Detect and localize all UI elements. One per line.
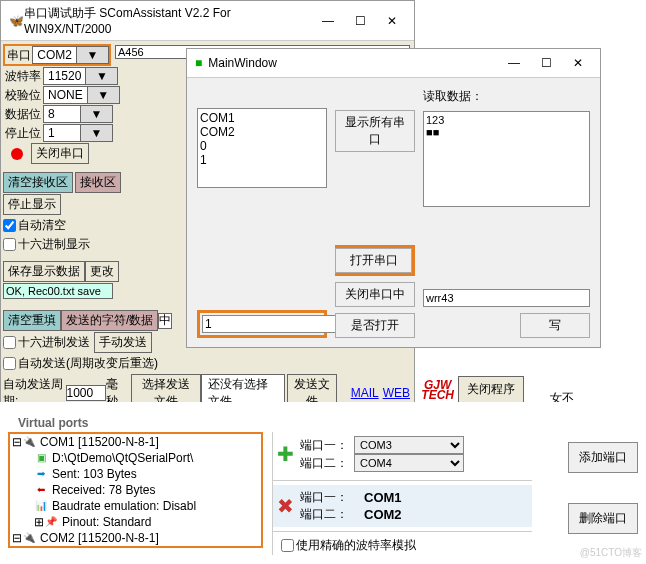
port1-label: 端口一：	[300, 437, 348, 454]
baud-label: 波特率	[3, 68, 43, 85]
rx-area-button[interactable]: 接收区	[75, 172, 121, 193]
web-link[interactable]: WEB	[383, 386, 410, 400]
port-label: 串口	[5, 47, 32, 64]
save-display-button[interactable]: 保存显示数据	[3, 261, 85, 282]
tree-toggle-icon[interactable]: ⊟	[12, 434, 22, 450]
port2-label: 端口二：	[300, 506, 348, 523]
show-all-ports-button[interactable]: 显示所有串口	[335, 110, 415, 152]
auto-period-input[interactable]	[66, 385, 106, 401]
tree-item: Baudrate emulation: Disabl	[52, 498, 196, 514]
app-icon: ▣	[34, 451, 48, 465]
record-icon	[11, 148, 23, 160]
auto-send-checkbox[interactable]: 自动发送(周期改变后重选)	[3, 355, 158, 372]
baud-icon: 📊	[34, 499, 48, 513]
remove-pair-icon: ✖	[277, 494, 294, 518]
tree-toggle-icon[interactable]: ⊞	[34, 514, 44, 530]
parity-combo[interactable]: NONE▼	[43, 86, 120, 104]
is-open-button[interactable]: 是否打开	[335, 313, 415, 338]
tree-toggle-icon[interactable]: ⊟	[12, 530, 22, 546]
port2-select[interactable]: COM4	[354, 454, 464, 472]
watermark: @51CTO博客	[580, 546, 642, 560]
pinout-icon: 📌	[44, 515, 58, 529]
ports-config: ✚ 端口一：COM3 端口二：COM4 ✖ 端口一：COM1 端口二：COM2 …	[272, 432, 532, 555]
add-pair-icon: ✚	[277, 442, 294, 466]
com-list[interactable]: COM1 COM2 0 1	[197, 108, 327, 188]
vsp-panel: Virtual ports ⊟🔌COM1 [115200-N-8-1] ▣D:\…	[0, 402, 646, 564]
hex-send-checkbox[interactable]: 十六进制发送	[3, 334, 90, 351]
clear-reset-button[interactable]: 清空重填	[3, 310, 61, 331]
scom-title: 串口调试助手 SComAssistant V2.2 For WIN9X/NT/2…	[24, 5, 310, 36]
mainwindow: ■ MainWindow — ☐ ✕ COM1 COM2 0 1 显示所有串口 …	[186, 48, 601, 348]
close-program-button[interactable]: 关闭程序	[458, 376, 524, 403]
app-icon: 🦋	[9, 14, 24, 28]
manual-send-button[interactable]: 手动发送	[94, 332, 152, 353]
send-chars-label: 发送的字符/数据	[61, 310, 158, 331]
stop-combo[interactable]: 1▼	[43, 124, 113, 142]
tx-data-input[interactable]	[423, 289, 590, 307]
stop-display-button[interactable]: 停止显示	[3, 194, 61, 215]
tree-item[interactable]: COM1 [115200-N-8-1]	[40, 434, 159, 450]
minimize-button[interactable]: —	[500, 53, 528, 73]
tree-item[interactable]: COM2 [115200-N-8-1]	[40, 530, 159, 546]
tree-item[interactable]: D:\QtDemo\QtQSerialPort\	[52, 450, 193, 466]
vsp-header: Virtual ports	[18, 416, 88, 430]
remove-port-button[interactable]: 删除端口	[568, 503, 638, 534]
arrow-right-icon: ➡	[34, 467, 48, 481]
port1-fixed: COM1	[364, 490, 402, 505]
tree-item: Received: 78 Bytes	[52, 482, 155, 498]
port-combo[interactable]: COM2▼	[32, 46, 109, 64]
parity-label: 校验位	[3, 87, 43, 104]
chevron-down-icon: ▼	[76, 47, 108, 63]
gjw-logo: GJWTECH	[421, 380, 454, 400]
arrow-left-icon: ⬅	[34, 483, 48, 497]
port2-label: 端口二：	[300, 455, 348, 472]
close-port-button[interactable]: 关闭串口	[31, 143, 89, 164]
write-button[interactable]: 写	[520, 313, 590, 338]
minimize-button[interactable]: —	[314, 11, 342, 31]
port1-select[interactable]: COM3	[354, 436, 464, 454]
rx-data-box[interactable]: 123 ■​■	[423, 111, 590, 207]
tree-item[interactable]: Pinout: Standard	[62, 514, 151, 530]
hex-display-checkbox[interactable]: 十六进制显示	[3, 236, 90, 253]
port2-fixed: COM2	[364, 507, 402, 522]
read-data-label: 读取数据：	[423, 88, 590, 105]
data-label: 数据位	[3, 106, 43, 123]
chevron-down-icon: ▼	[87, 87, 119, 103]
port1-label: 端口一：	[300, 489, 348, 506]
chevron-down-icon: ▼	[80, 125, 112, 141]
strict-baud-checkbox[interactable]: 使用精确的波特率模拟	[281, 537, 416, 554]
qt-icon: ■	[195, 56, 202, 70]
save-status: OK, Rec00.txt save	[3, 283, 113, 299]
add-port-button[interactable]: 添加端口	[568, 442, 638, 473]
mainwin-title: MainWindow	[208, 56, 496, 70]
chevron-down-icon: ▼	[80, 106, 112, 122]
maximize-button[interactable]: ☐	[346, 11, 374, 31]
scom-titlebar: 🦋 串口调试助手 SComAssistant V2.2 For WIN9X/NT…	[1, 1, 414, 41]
tree-item: Sent: 103 Bytes	[52, 466, 137, 482]
vsp-tree[interactable]: ⊟🔌COM1 [115200-N-8-1] ▣D:\QtDemo\QtQSeri…	[8, 432, 263, 548]
open-port-button[interactable]: 打开串口	[335, 248, 412, 273]
open-port-group	[197, 310, 327, 338]
close-button[interactable]: ✕	[564, 53, 592, 73]
closing-port-button[interactable]: 关闭串口中	[335, 282, 415, 307]
mail-link[interactable]: MAIL	[351, 386, 379, 400]
auto-clear-checkbox[interactable]: 自动清空	[3, 217, 66, 234]
clear-rx-button[interactable]: 清空接收区	[3, 172, 73, 193]
maximize-button[interactable]: ☐	[532, 53, 560, 73]
port-icon: 🔌	[22, 531, 36, 545]
port-icon: 🔌	[22, 435, 36, 449]
change-button[interactable]: 更改	[85, 261, 119, 282]
mainwin-titlebar: ■ MainWindow — ☐ ✕	[187, 49, 600, 78]
data-combo[interactable]: 8▼	[43, 105, 113, 123]
baud-combo[interactable]: 11520▼	[43, 67, 118, 85]
send-text-input[interactable]	[158, 313, 172, 329]
stop-label: 停止位	[3, 125, 43, 142]
close-button[interactable]: ✕	[378, 11, 406, 31]
chevron-down-icon: ▼	[85, 68, 117, 84]
